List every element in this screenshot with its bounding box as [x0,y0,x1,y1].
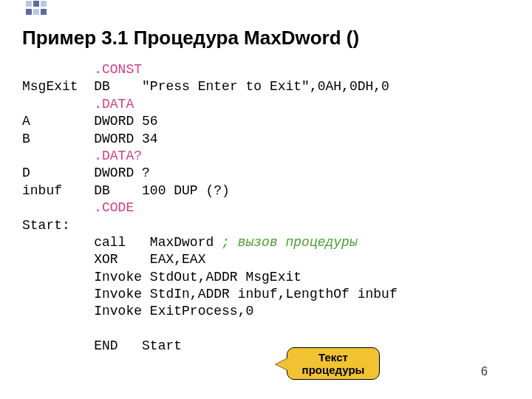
label-start: Start: [22,218,70,233]
label-b: B [22,132,30,146]
val-msgexit: "Press Enter to Exit",0AH,0DH,0 [142,79,389,94]
label-inbuf: inbuf [22,183,62,198]
val-invoke1: StdOut,ADDR MsgExit [150,270,301,284]
slide: Пример 3.1 Процедура MaxDword () .CONST … [0,0,532,399]
val-xor: EAX,EAX [150,252,206,267]
op-end: END [94,338,117,353]
label-msgexit: MsgExit [22,79,78,94]
page-title: Пример 3.1 Процедура MaxDword () [22,27,510,50]
op-invoke2: Invoke [94,287,142,301]
val-call: MaxDword [150,235,214,250]
code-listing: .CONST MsgExit DB "Press Enter to Exit",… [22,61,510,355]
op-call: call [94,235,126,250]
op-dword-d: DWORD [94,166,134,180]
label-d: D [22,166,30,180]
directive-data: .DATA [94,97,134,112]
op-dword-b: DWORD [94,132,134,146]
val-invoke2: StdIn,ADDR inbuf,LengthOf inbuf [150,287,398,301]
op-invoke1: Invoke [94,270,142,284]
directive-const: .CONST [94,62,142,77]
op-xor: XOR [94,252,117,267]
directive-code: .CODE [94,200,134,215]
val-a: 56 [142,114,158,129]
directive-dataq: .DATA? [94,149,142,163]
op-invoke3: Invoke [94,304,142,318]
val-invoke3: ExitProcess,0 [150,304,253,318]
op-db: DB [94,79,110,94]
comment-call: ; вызов процедуры [222,235,358,250]
label-a: A [22,114,30,129]
op-db-inbuf: DB [94,183,110,198]
callout-procedure-text: Текст процедуры [287,347,380,380]
val-b: 34 [142,132,158,146]
val-d: ? [142,166,150,180]
val-inbuf: 100 DUP (?) [142,183,230,198]
val-end: Start [142,338,182,353]
op-dword-a: DWORD [94,114,134,129]
page-number: 6 [481,365,488,378]
